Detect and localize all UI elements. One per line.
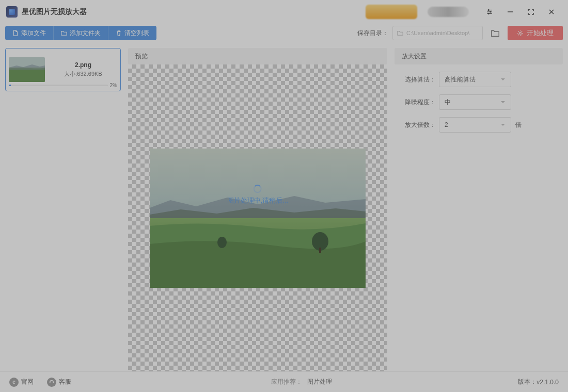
progress-bar bbox=[9, 85, 108, 86]
loading-spinner-icon bbox=[254, 185, 262, 193]
folder-small-icon bbox=[397, 30, 403, 36]
svg-point-14 bbox=[217, 237, 227, 248]
svg-point-3 bbox=[488, 10, 489, 11]
folder-icon bbox=[61, 30, 67, 36]
denoise-label: 降噪程度： bbox=[400, 98, 436, 107]
denoise-select[interactable]: 中 bbox=[439, 94, 511, 110]
trash-icon bbox=[116, 30, 122, 36]
svg-point-5 bbox=[488, 13, 489, 14]
file-thumbnail bbox=[9, 57, 45, 82]
svg-point-9 bbox=[519, 32, 522, 34]
add-folder-button[interactable]: 添加文件夹 bbox=[54, 26, 108, 40]
globe-icon: e bbox=[9, 378, 19, 387]
scale-select[interactable]: 2 bbox=[439, 117, 511, 133]
progress-percent: 2% bbox=[110, 83, 117, 88]
version-value: v2.1.0.0 bbox=[537, 379, 559, 386]
preview-image: 图片处理中,请稍后... bbox=[150, 149, 366, 288]
loading-text: 图片处理中,请稍后... bbox=[227, 196, 288, 205]
file-icon bbox=[12, 30, 19, 36]
support-link[interactable]: 客服 bbox=[47, 378, 71, 387]
start-process-button[interactable]: 开始处理 bbox=[508, 26, 563, 40]
add-folder-label: 添加文件夹 bbox=[70, 29, 101, 38]
chevron-down-icon bbox=[500, 77, 506, 82]
maximize-button[interactable] bbox=[520, 0, 541, 24]
support-label: 客服 bbox=[59, 378, 71, 386]
minimize-button[interactable] bbox=[500, 0, 520, 24]
gear-icon bbox=[517, 30, 524, 37]
browse-folder-button[interactable] bbox=[488, 26, 502, 40]
recommend-link[interactable]: 图片处理 bbox=[307, 378, 332, 386]
folder-open-icon bbox=[491, 28, 500, 38]
scale-unit: 倍 bbox=[515, 121, 522, 129]
clear-list-button[interactable]: 清空列表 bbox=[108, 26, 156, 40]
promo-badge[interactable] bbox=[428, 7, 469, 17]
start-label: 开始处理 bbox=[527, 28, 554, 38]
version-label: 版本： bbox=[518, 378, 537, 386]
preview-panel-title: 预览 bbox=[128, 48, 387, 64]
add-file-label: 添加文件 bbox=[21, 29, 46, 38]
file-list-item[interactable]: 2.png 大小:632.69KB 2% bbox=[5, 48, 121, 91]
recommend-label: 应用推荐： bbox=[271, 378, 302, 386]
file-name: 2.png bbox=[75, 61, 91, 69]
preview-canvas[interactable]: 图片处理中,请稍后... bbox=[128, 64, 387, 371]
scale-label: 放大倍数： bbox=[400, 121, 436, 129]
save-path-input[interactable]: C:\Users\admin\Desktop\ bbox=[392, 26, 483, 40]
close-button[interactable] bbox=[541, 0, 562, 24]
app-logo-icon bbox=[6, 6, 18, 18]
settings-panel-title: 放大设置 bbox=[395, 48, 563, 64]
svg-rect-16 bbox=[319, 248, 321, 253]
headset-icon bbox=[47, 378, 56, 387]
algo-select[interactable]: 高性能算法 bbox=[439, 72, 511, 87]
official-label: 官网 bbox=[21, 378, 34, 386]
denoise-value: 中 bbox=[445, 98, 451, 107]
algo-label: 选择算法： bbox=[400, 75, 436, 84]
clear-list-label: 清空列表 bbox=[124, 29, 149, 38]
add-file-button[interactable]: 添加文件 bbox=[5, 26, 54, 40]
scale-value: 2 bbox=[445, 121, 448, 128]
svg-point-4 bbox=[490, 11, 491, 12]
save-dir-label: 保存目录： bbox=[357, 29, 388, 38]
app-title: 星优图片无损放大器 bbox=[22, 7, 87, 17]
chevron-down-icon bbox=[500, 122, 506, 127]
file-size: 大小:632.69KB bbox=[64, 70, 102, 78]
save-path-text: C:\Users\admin\Desktop\ bbox=[406, 30, 469, 36]
settings-icon[interactable] bbox=[479, 0, 500, 24]
official-site-link[interactable]: e 官网 bbox=[9, 378, 34, 387]
chevron-down-icon bbox=[500, 100, 506, 105]
vip-badge[interactable] bbox=[366, 5, 417, 19]
algo-value: 高性能算法 bbox=[445, 75, 476, 84]
